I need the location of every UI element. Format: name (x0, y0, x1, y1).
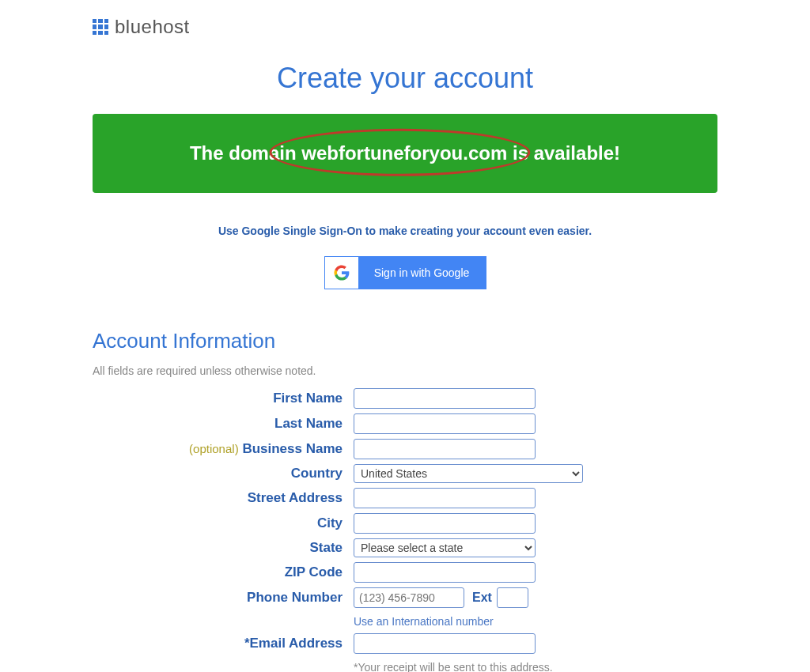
last-name-label: Last Name (93, 416, 354, 432)
street-field[interactable] (354, 488, 536, 508)
section-title: Account Information (93, 329, 717, 353)
brand-logo: bluehost (93, 16, 717, 38)
banner-suffix: is available! (507, 142, 620, 164)
section-subtitle: All fields are required unless otherwise… (93, 364, 717, 377)
availability-banner: The domain webfortuneforyou.com is avail… (93, 114, 717, 193)
street-label: Street Address (93, 490, 354, 506)
business-name-label-text: Business Name (242, 441, 343, 456)
brand-name: bluehost (115, 16, 190, 38)
google-icon (325, 257, 358, 289)
email-field[interactable] (354, 633, 536, 654)
phone-field[interactable] (354, 587, 464, 608)
country-label: Country (93, 466, 354, 481)
city-field[interactable] (354, 513, 536, 534)
intl-number-link[interactable]: Use an International number (354, 615, 494, 628)
banner-domain: webfortuneforyou.com (301, 142, 507, 164)
zip-field[interactable] (354, 562, 536, 583)
email-note: *Your receipt will be sent to this addre… (354, 661, 553, 672)
first-name-label: First Name (93, 391, 354, 406)
state-select[interactable]: Please select a state (354, 538, 536, 557)
country-select[interactable]: United States (354, 464, 583, 483)
zip-label: ZIP Code (93, 564, 354, 580)
city-label: City (93, 515, 354, 531)
phone-ext-field[interactable] (497, 587, 528, 608)
page-title: Create your account (93, 62, 717, 95)
sso-prompt: Use Google Single Sign-On to make creati… (93, 225, 717, 237)
business-name-label: (optional) Business Name (93, 441, 354, 457)
last-name-field[interactable] (354, 413, 536, 434)
state-label: State (93, 540, 354, 556)
google-signin-label: Sign in with Google (358, 257, 486, 289)
email-label: *Email Address (93, 636, 354, 651)
google-signin-button[interactable]: Sign in with Google (324, 256, 486, 289)
optional-tag: (optional) (189, 442, 239, 455)
phone-ext-label: Ext (472, 591, 492, 605)
banner-prefix: The domain (190, 142, 301, 164)
phone-label: Phone Number (93, 590, 354, 606)
grid-icon (93, 19, 108, 35)
business-name-field[interactable] (354, 439, 536, 459)
first-name-field[interactable] (354, 388, 536, 409)
